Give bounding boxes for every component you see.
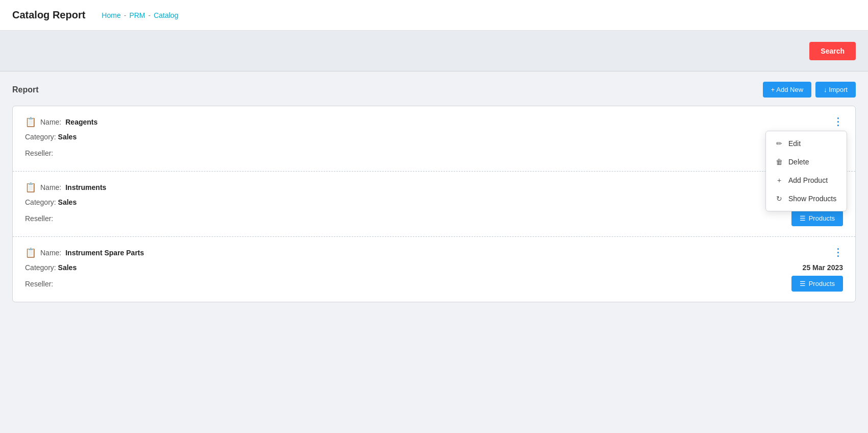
products-button-2[interactable]: ☰ Products (791, 210, 843, 226)
page-header: Catalog Report Home - PRM - Catalog (0, 0, 868, 31)
catalog-icon-1: 📋 (25, 116, 36, 128)
context-menu-edit-label: Edit (788, 139, 801, 148)
context-menu-show-products[interactable]: ↻ Show Products (766, 189, 847, 208)
products-icon-3: ☰ (800, 280, 806, 287)
catalog-list: 📋 Name: Reagents Category: Sales 23 Mar … (12, 106, 856, 302)
card-reseller-row-2: Reseller: ☰ Products (25, 210, 843, 226)
card-reseller-1: Reseller: (25, 149, 53, 157)
card-reseller-row-3: Reseller: ☰ Products (25, 276, 843, 292)
card-details-row-1: Category: Sales 23 Mar 2023 (25, 133, 843, 141)
breadcrumb: Home - PRM - Catalog (102, 11, 178, 19)
card-category-value-1: Sales (58, 133, 77, 141)
breadcrumb-sep-1: - (124, 11, 127, 19)
catalog-card-2: 📋 Name: Instruments Category: Sales 25 M… (13, 172, 855, 237)
card-name-value-2: Instruments (65, 183, 106, 191)
card-name-row-3: 📋 Name: Instrument Spare Parts (25, 247, 843, 258)
page-title: Catalog Report (12, 9, 85, 21)
card-date-3: 25 Mar 2023 (803, 263, 843, 272)
context-menu: ✏ Edit 🗑 Delete + Add Product ↻ Show Pro… (765, 131, 847, 211)
breadcrumb-sep-2: - (148, 11, 151, 19)
catalog-icon-2: 📋 (25, 182, 36, 193)
card-name-label-3: Name: (40, 249, 61, 257)
card-name-row-2: 📋 Name: Instruments (25, 182, 843, 193)
context-menu-add-product[interactable]: + Add Product (766, 171, 847, 189)
products-button-3[interactable]: ☰ Products (791, 276, 843, 292)
edit-icon: ✏ (775, 139, 783, 148)
content-area: Report + Add New ↓ Import 📋 Name: Reagen… (0, 71, 868, 312)
card-reseller-3: Reseller: (25, 280, 53, 288)
card-name-value-1: Reagents (65, 118, 97, 126)
search-button[interactable]: Search (809, 42, 856, 60)
add-new-button[interactable]: + Add New (763, 82, 811, 98)
card-category-1: Category: Sales (25, 133, 77, 141)
three-dots-button-1[interactable]: ⋮ (829, 114, 847, 129)
card-details-row-2: Category: Sales 25 Mar 2023 (25, 198, 843, 206)
three-dots-button-3[interactable]: ⋮ (829, 245, 847, 259)
products-label-3: Products (809, 280, 835, 287)
context-menu-delete-label: Delete (788, 158, 809, 166)
report-actions: + Add New ↓ Import (763, 82, 856, 98)
card-name-row-1: 📋 Name: Reagents (25, 116, 843, 128)
card-name-value-3: Instrument Spare Parts (65, 249, 144, 257)
card-reseller-2: Reseller: (25, 214, 53, 223)
report-header: Report + Add New ↓ Import (12, 82, 856, 98)
top-bar: Search (0, 31, 868, 71)
show-products-icon: ↻ (775, 195, 783, 203)
products-icon-2: ☰ (800, 214, 806, 222)
breadcrumb-home[interactable]: Home (102, 11, 120, 19)
card-category-value-3: Sales (58, 263, 77, 272)
card-category-3: Category: Sales (25, 263, 77, 272)
import-button[interactable]: ↓ Import (815, 82, 856, 98)
report-title: Report (12, 85, 39, 94)
breadcrumb-catalog[interactable]: Catalog (154, 11, 178, 19)
add-product-icon: + (775, 176, 783, 184)
card-category-value-2: Sales (58, 198, 77, 206)
context-menu-edit[interactable]: ✏ Edit (766, 134, 847, 153)
catalog-icon-3: 📋 (25, 247, 36, 258)
context-menu-delete[interactable]: 🗑 Delete (766, 153, 847, 171)
catalog-card-3: 📋 Name: Instrument Spare Parts Category:… (13, 237, 855, 302)
card-reseller-row-1: Reseller: ☰ Products (25, 145, 843, 161)
card-name-label-2: Name: (40, 183, 61, 191)
context-menu-show-products-label: Show Products (788, 195, 836, 203)
catalog-card-1: 📋 Name: Reagents Category: Sales 23 Mar … (13, 106, 855, 172)
context-menu-add-product-label: Add Product (788, 176, 828, 184)
breadcrumb-prm[interactable]: PRM (129, 11, 145, 19)
card-details-row-3: Category: Sales 25 Mar 2023 (25, 263, 843, 272)
card-name-label-1: Name: (40, 118, 61, 126)
card-category-2: Category: Sales (25, 198, 77, 206)
delete-icon: 🗑 (775, 158, 783, 166)
products-label-2: Products (809, 214, 835, 222)
